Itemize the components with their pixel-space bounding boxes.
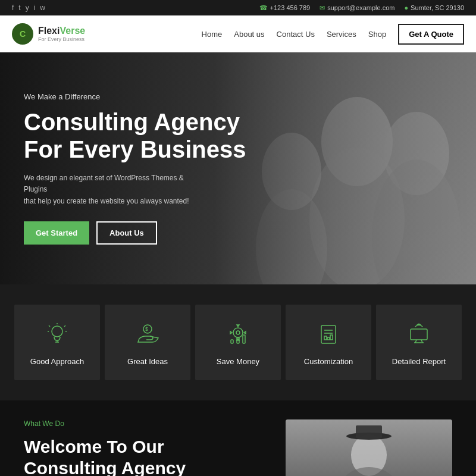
feature-good-approach-label: Good Approach bbox=[30, 357, 84, 366]
nav-contact[interactable]: Contact Us bbox=[277, 30, 315, 39]
facebook-icon[interactable]: f bbox=[12, 4, 14, 12]
consulting-image bbox=[286, 419, 452, 476]
hero-buttons: Get Started About Us bbox=[24, 221, 246, 245]
location-text: Sumter, SC 29130 bbox=[411, 4, 464, 11]
svg-rect-23 bbox=[321, 325, 336, 343]
feature-good-approach[interactable]: Good Approach bbox=[14, 305, 100, 380]
svg-rect-28 bbox=[330, 335, 333, 340]
hero-section: We Make a Difference Consulting Agency F… bbox=[0, 52, 476, 284]
svg-rect-37 bbox=[356, 425, 382, 439]
email-address: support@example.com bbox=[327, 4, 394, 11]
logo[interactable]: C FlexiVerse For Every Business bbox=[12, 23, 85, 45]
feature-great-ideas-label: Great Ideas bbox=[127, 357, 168, 366]
feature-detailed-report-label: Detailed Report bbox=[392, 357, 446, 366]
hero-subtitle: We Make a Difference bbox=[24, 92, 246, 101]
svg-point-19 bbox=[236, 331, 240, 334]
hand-money-icon: $ bbox=[133, 319, 162, 349]
nav-links: Home About us Contact Us Services Shop G… bbox=[202, 24, 464, 45]
nav-home[interactable]: Home bbox=[202, 30, 223, 39]
section-title: Welcome To Our Consulting Agency bbox=[24, 436, 262, 476]
navbar: C FlexiVerse For Every Business Home Abo… bbox=[0, 15, 476, 52]
bottom-section: What We Do Welcome To Our Consulting Age… bbox=[0, 400, 476, 476]
wordpress-icon[interactable]: w bbox=[40, 4, 45, 12]
document-chart-icon bbox=[314, 319, 343, 349]
phone-number: +123 456 789 bbox=[270, 4, 311, 11]
bulb-icon bbox=[42, 319, 72, 349]
svg-line-13 bbox=[64, 325, 65, 327]
section-tag: What We Do bbox=[24, 419, 262, 428]
logo-text: FlexiVerse For Every Business bbox=[38, 26, 85, 42]
hero-description: We design an elegant set of WordPress Th… bbox=[24, 173, 202, 207]
get-quote-button[interactable]: Get A Quote bbox=[398, 24, 464, 45]
person-photo bbox=[286, 419, 452, 476]
logo-name: FlexiVerse bbox=[38, 26, 85, 36]
twitter-icon[interactable]: t bbox=[18, 4, 20, 12]
location-contact: ● Sumter, SC 29130 bbox=[404, 4, 464, 11]
feature-customization-label: Customization bbox=[304, 357, 353, 366]
phone-contact: ☎ +123 456 789 bbox=[259, 4, 311, 12]
hero-title: Consulting Agency For Every Business bbox=[24, 108, 246, 163]
svg-point-18 bbox=[233, 328, 243, 337]
top-bar: f t y i w ☎ +123 456 789 ✉ support@examp… bbox=[0, 0, 476, 15]
monitor-wifi-icon bbox=[404, 319, 434, 349]
svg-rect-26 bbox=[324, 336, 327, 340]
feature-save-money-label: Save Money bbox=[217, 357, 259, 366]
nav-about[interactable]: About us bbox=[234, 30, 264, 39]
logo-letter: C bbox=[20, 29, 26, 39]
svg-text:$: $ bbox=[145, 326, 148, 332]
feature-customization[interactable]: Customization bbox=[286, 305, 371, 380]
social-links: f t y i w bbox=[12, 4, 45, 12]
bottom-text: What We Do Welcome To Our Consulting Age… bbox=[24, 419, 262, 476]
nav-services[interactable]: Services bbox=[327, 30, 356, 39]
gear-chart-icon bbox=[223, 319, 253, 349]
logo-icon: C bbox=[12, 23, 33, 45]
instagram-icon[interactable]: i bbox=[34, 4, 36, 12]
feature-save-money[interactable]: Save Money bbox=[195, 305, 281, 380]
svg-rect-27 bbox=[327, 337, 330, 340]
email-icon: ✉ bbox=[320, 4, 325, 12]
svg-rect-29 bbox=[411, 329, 427, 340]
hero-content: We Make a Difference Consulting Agency F… bbox=[0, 92, 270, 245]
svg-point-8 bbox=[52, 326, 62, 337]
svg-point-33 bbox=[418, 324, 420, 325]
feature-great-ideas[interactable]: $ Great Ideas bbox=[105, 305, 190, 380]
youtube-icon[interactable]: y bbox=[26, 4, 29, 12]
contact-info: ☎ +123 456 789 ✉ support@example.com ● S… bbox=[259, 4, 464, 12]
svg-rect-22 bbox=[243, 335, 245, 343]
logo-subtitle: For Every Business bbox=[38, 36, 85, 42]
svg-line-12 bbox=[49, 325, 50, 327]
location-icon: ● bbox=[404, 4, 408, 11]
about-us-button[interactable]: About Us bbox=[96, 221, 157, 245]
feature-detailed-report[interactable]: Detailed Report bbox=[376, 305, 462, 380]
email-contact: ✉ support@example.com bbox=[320, 4, 394, 12]
nav-shop[interactable]: Shop bbox=[368, 30, 386, 39]
phone-icon: ☎ bbox=[259, 4, 268, 12]
features-section: Good Approach $ Great Ideas bbox=[0, 284, 476, 400]
person-illustration bbox=[286, 419, 452, 476]
get-started-button[interactable]: Get Started bbox=[24, 221, 89, 245]
svg-rect-20 bbox=[231, 340, 233, 343]
